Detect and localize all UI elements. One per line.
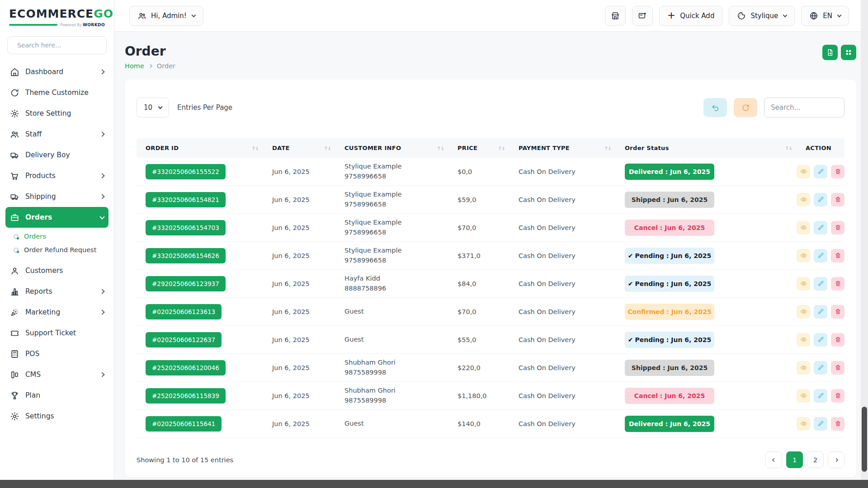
vertical-scrollbar-thumb[interactable] <box>862 407 867 472</box>
order-id-badge[interactable]: #3320250606154626 <box>146 248 226 263</box>
vertical-scrollbar[interactable] <box>861 0 868 480</box>
edit-button[interactable] <box>814 389 827 403</box>
column-header-date[interactable]: DATE↑↓ <box>263 145 335 151</box>
sort-icon[interactable]: ↑↓ <box>785 145 792 151</box>
view-button[interactable] <box>797 361 810 375</box>
pencil-icon <box>817 168 824 175</box>
delete-button[interactable] <box>831 165 844 178</box>
edit-button[interactable] <box>814 193 827 206</box>
entries-per-page-select[interactable]: 10 <box>137 98 169 117</box>
page-actions <box>822 45 856 60</box>
view-button[interactable] <box>797 333 810 347</box>
view-button[interactable] <box>797 277 810 291</box>
pagination-prev-button[interactable] <box>765 451 782 468</box>
sidebar-item-support-ticket[interactable]: Support Ticket <box>5 323 108 343</box>
sidebar-item-shipping[interactable]: Shipping <box>5 186 108 207</box>
delete-button[interactable] <box>831 221 844 235</box>
sort-icon[interactable]: ↑↓ <box>498 145 505 151</box>
order-id-badge[interactable]: #2520250606120046 <box>146 360 226 375</box>
sidebar-search-input[interactable] <box>17 42 101 49</box>
edit-button[interactable] <box>814 165 827 178</box>
sidebar-item-store-setting[interactable]: Store Setting <box>5 103 108 124</box>
sidebar-item-dashboard[interactable]: Dashboard <box>5 61 108 82</box>
delete-button[interactable] <box>831 389 844 403</box>
sort-icon[interactable]: ↑↓ <box>251 145 259 151</box>
view-button[interactable] <box>797 193 810 206</box>
sidebar-item-settings[interactable]: Settings <box>5 406 108 427</box>
undo-button[interactable] <box>703 98 727 117</box>
edit-button[interactable] <box>814 249 827 263</box>
quick-add-button[interactable]: + Quick Add <box>659 6 723 26</box>
export-button[interactable] <box>822 45 838 60</box>
order-id-badge[interactable]: #3320250606154703 <box>146 220 226 235</box>
view-button[interactable] <box>797 305 810 319</box>
sidebar-item-orders[interactable]: Orders <box>5 207 108 228</box>
view-button[interactable] <box>797 417 810 431</box>
view-button[interactable] <box>797 249 810 263</box>
sidebar-item-pos[interactable]: POS <box>5 343 108 364</box>
order-id-badge[interactable]: #2920250606123937 <box>146 276 226 291</box>
order-id-badge[interactable]: #3320250606155522 <box>146 164 226 179</box>
table-search-input[interactable] <box>764 98 844 117</box>
sidebar-item-customers[interactable]: Customers <box>5 260 108 281</box>
view-button[interactable] <box>797 221 810 235</box>
delete-button[interactable] <box>831 333 844 347</box>
storefront-button[interactable] <box>605 6 626 26</box>
user-menu-button[interactable]: Hi, Admin! <box>129 6 203 26</box>
delete-button[interactable] <box>831 277 844 291</box>
edit-button[interactable] <box>814 277 827 291</box>
sidebar-item-cms[interactable]: CMS <box>5 364 108 385</box>
edit-button[interactable] <box>814 333 827 347</box>
file-export-icon <box>826 48 834 56</box>
order-price: $371,0 <box>448 252 509 259</box>
edit-button[interactable] <box>814 417 827 431</box>
sidebar-item-products[interactable]: Products <box>5 165 108 186</box>
refresh-button[interactable] <box>734 98 757 117</box>
pencil-icon <box>817 420 824 427</box>
sort-icon[interactable]: ↑↓ <box>604 145 611 151</box>
delete-button[interactable] <box>831 361 844 375</box>
grid-view-button[interactable] <box>841 45 856 60</box>
column-header-order-id[interactable]: ORDER ID↑↓ <box>137 145 263 151</box>
delete-button[interactable] <box>831 193 844 206</box>
edit-button[interactable] <box>814 221 827 235</box>
language-button[interactable]: EN <box>801 6 849 26</box>
order-id-badge[interactable]: #2520250606115839 <box>146 388 226 404</box>
delete-button[interactable] <box>831 305 844 319</box>
view-button[interactable] <box>797 389 810 403</box>
mail-button[interactable] <box>632 6 653 26</box>
chevron-left-icon <box>772 458 775 461</box>
sort-icon[interactable]: ↑↓ <box>324 145 331 151</box>
view-button[interactable] <box>797 165 810 178</box>
edit-button[interactable] <box>814 361 827 375</box>
sidebar-subitem-order-refund-request[interactable]: Order Refund Request <box>5 243 108 257</box>
column-header-price[interactable]: PRICE↑↓ <box>448 145 509 151</box>
sort-icon[interactable]: ↑↓ <box>437 145 444 151</box>
order-id-badge[interactable]: #020250606123613 <box>146 304 222 319</box>
delete-button[interactable] <box>831 249 844 263</box>
sidebar-item-staff[interactable]: Staff <box>5 124 108 145</box>
breadcrumb-home[interactable]: Home <box>125 62 144 70</box>
theme-picker-button[interactable]: Stylique <box>729 6 795 26</box>
column-header-customer-info[interactable]: CUSTOMER INFO↑↓ <box>335 145 448 151</box>
horizontal-scrollbar[interactable] <box>0 480 868 488</box>
pagination-next-button[interactable] <box>828 451 844 468</box>
sidebar-item-reports[interactable]: Reports <box>5 281 108 302</box>
pagination-page-button[interactable]: 1 <box>786 451 803 468</box>
table-row: #2520250606120046 Jun 6, 2025 Shubham Gh… <box>137 354 844 382</box>
sidebar-item-theme-customize[interactable]: Theme Customize <box>5 82 108 103</box>
order-id-badge[interactable]: #020250606122637 <box>146 332 222 347</box>
order-id-badge[interactable]: #020250606115641 <box>146 416 222 432</box>
sidebar-subitem-orders[interactable]: Orders <box>5 230 108 243</box>
edit-button[interactable] <box>814 305 827 319</box>
column-header-order-status[interactable]: Order Status↑↓ <box>616 145 797 151</box>
delete-button[interactable] <box>831 417 844 431</box>
pagination-page-button[interactable]: 2 <box>807 451 824 468</box>
column-header-payment-type[interactable]: PAYMENT TYPE↑↓ <box>509 145 616 151</box>
sidebar-item-plan[interactable]: Plan <box>5 385 108 406</box>
order-id-badge[interactable]: #3320250606154821 <box>146 192 226 207</box>
file-export-icon <box>826 48 834 56</box>
brand-logo[interactable]: ECOMMERCEGO Powered By WORKDO <box>0 0 114 31</box>
sidebar-item-marketing[interactable]: Marketing <box>5 302 108 323</box>
sidebar-item-delivery-boy[interactable]: Delivery Boy <box>5 145 108 165</box>
